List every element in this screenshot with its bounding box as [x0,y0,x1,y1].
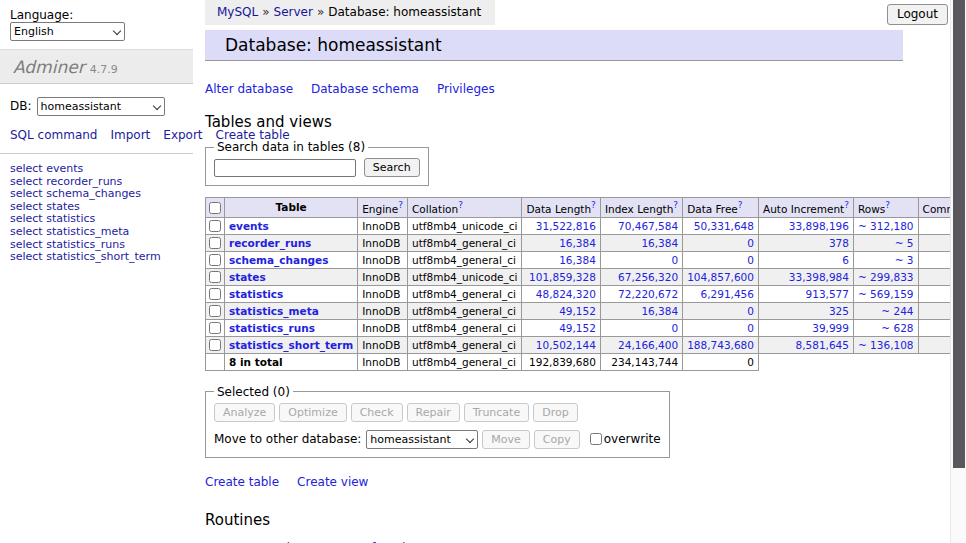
index-length-link[interactable]: 72,220,672 [618,288,678,300]
auto-increment-link[interactable]: 325 [829,305,849,317]
sidebar-link-export[interactable]: Export [163,128,202,142]
app-name[interactable]: Adminer [13,57,85,77]
rows-link[interactable]: ~ 299,833 [858,271,914,283]
search-button[interactable]: Search [364,158,420,177]
overwrite-checkbox[interactable] [590,433,602,445]
data-length-link[interactable]: 49,152 [559,322,596,334]
index-length-link[interactable]: 24,166,400 [618,339,678,351]
selected-truncate-button[interactable]: Truncate [464,403,529,422]
table-link-statistics-runs[interactable]: statistics_runs [229,322,315,334]
row-checkbox[interactable] [209,254,221,266]
link-alter-database[interactable]: Alter database [205,82,293,96]
index-length-link[interactable]: 0 [671,254,678,266]
table-link-statistics[interactable]: statistics [229,288,283,300]
rows-link[interactable]: ~ 136,108 [858,339,914,351]
data-free-link[interactable]: 104,857,600 [687,271,754,283]
selected-optimize-button[interactable]: Optimize [279,403,346,422]
rows-link[interactable]: ~ 3 [895,254,914,266]
rows-link[interactable]: ~ 628 [881,322,913,334]
search-input[interactable] [214,159,356,177]
sidebar-link-import[interactable]: Import [110,128,150,142]
selected-check-button[interactable]: Check [351,403,403,422]
sidebar-item-select-statistics-short-term[interactable]: select statistics_short_term [10,251,183,264]
select-all-checkbox[interactable] [209,202,221,214]
table-link-events[interactable]: events [229,220,269,232]
data-free-link[interactable]: 0 [747,254,754,266]
table-link-recorder-runs[interactable]: recorder_runs [229,237,311,249]
column-help-link[interactable]: ? [738,200,743,210]
cell-engine: InnoDB [358,234,408,251]
data-free-link[interactable]: 50,331,648 [694,220,754,232]
selected-analyze-button[interactable]: Analyze [214,403,275,422]
column-help-link[interactable]: ? [673,200,678,210]
data-free-link[interactable]: 6,291,456 [701,288,754,300]
row-checkbox[interactable] [209,271,221,283]
selected-repair-button[interactable]: Repair [407,403,460,422]
table-link-states[interactable]: states [229,271,266,283]
sidebar-item-select-events[interactable]: select events [10,163,183,176]
sidebar-item-select-schema-changes[interactable]: select schema_changes [10,188,183,201]
rows-link[interactable]: ~ 312,180 [858,220,914,232]
auto-increment-link[interactable]: 33,898,196 [789,220,849,232]
column-help-link[interactable]: ? [458,200,463,210]
auto-increment-link[interactable]: 6 [842,254,849,266]
data-free-link[interactable]: 0 [747,322,754,334]
row-checkbox[interactable] [209,305,221,317]
selected-drop-button[interactable]: Drop [533,403,577,422]
link-database-schema[interactable]: Database schema [311,82,419,96]
row-checkbox[interactable] [209,237,221,249]
row-checkbox[interactable] [209,322,221,334]
sidebar-item-select-statistics-meta[interactable]: select statistics_meta [10,226,183,239]
column-help-link[interactable]: ? [398,200,403,210]
scrollbar-thumb[interactable] [953,0,965,468]
table-link-schema-changes[interactable]: schema_changes [229,254,329,266]
breadcrumb-mysql[interactable]: MySQL [217,5,258,19]
data-length-link[interactable]: 48,824,320 [536,288,596,300]
data-length-link[interactable]: 16,384 [559,254,596,266]
row-checkbox[interactable] [209,220,221,232]
search-fieldset: Search data in tables (8) Search [205,140,429,186]
row-checkbox[interactable] [209,339,221,351]
db-select[interactable]: homeassistant [37,97,165,116]
data-free-link[interactable]: 188,743,680 [687,339,754,351]
row-checkbox[interactable] [209,288,221,300]
index-length-link[interactable]: 16,384 [641,305,678,317]
auto-increment-link[interactable]: 39,999 [812,322,849,334]
move-move-button[interactable]: Move [482,430,530,449]
data-free-link[interactable]: 0 [747,237,754,249]
data-length-link[interactable]: 16,384 [559,237,596,249]
index-length-link[interactable]: 67,256,320 [618,271,678,283]
sidebar-link-sql-command[interactable]: SQL command [10,128,97,142]
auto-increment-link[interactable]: 33,398,984 [789,271,849,283]
table-link-statistics-short-term[interactable]: statistics_short_term [229,339,353,351]
column-help-link[interactable]: ? [591,200,596,210]
data-length-link[interactable]: 31,522,816 [536,220,596,232]
link-create-table[interactable]: Create table [205,475,279,489]
link-privileges[interactable]: Privileges [437,82,495,96]
table-link-statistics-meta[interactable]: statistics_meta [229,305,319,317]
vertical-scrollbar[interactable] [950,0,966,543]
auto-increment-link[interactable]: 913,577 [806,288,849,300]
column-help-link[interactable]: ? [844,200,849,210]
rows-link[interactable]: ~ 569,159 [858,288,914,300]
language-select[interactable]: English [10,22,125,41]
data-length-link[interactable]: 101,859,328 [529,271,596,283]
data-length-link[interactable]: 49,152 [559,305,596,317]
breadcrumb-server[interactable]: Server [274,5,313,19]
move-db-select[interactable]: homeassistant [366,430,478,449]
index-length-link[interactable]: 0 [671,322,678,334]
column-help-link[interactable]: ? [885,200,890,210]
link-create-view[interactable]: Create view [297,475,368,489]
auto-increment-link[interactable]: 378 [829,237,849,249]
index-length-link[interactable]: 70,467,584 [618,220,678,232]
index-length-link[interactable]: 16,384 [641,237,678,249]
data-free-link[interactable]: 0 [747,305,754,317]
logout-button[interactable]: Logout [887,4,948,25]
move-copy-button[interactable]: Copy [534,430,580,449]
auto-increment-link[interactable]: 8,581,645 [796,339,849,351]
data-length-link[interactable]: 10,502,144 [536,339,596,351]
rows-link[interactable]: ~ 5 [895,237,914,249]
cell-data-free: 50,331,648 [683,217,759,234]
cell-index-length: 24,166,400 [600,336,682,353]
rows-link[interactable]: ~ 244 [881,305,913,317]
